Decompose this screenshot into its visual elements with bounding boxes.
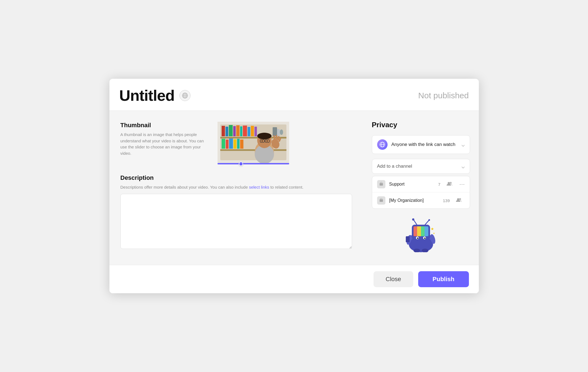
privacy-globe-icon (377, 139, 388, 150)
svg-rect-9 (222, 126, 225, 136)
svg-rect-15 (243, 126, 247, 136)
channel-dropdown[interactable]: Add to a channel ⌵ (372, 159, 470, 174)
header-left: Untitled (119, 86, 190, 104)
svg-rect-21 (229, 139, 233, 149)
svg-rect-23 (237, 139, 240, 149)
svg-rect-55 (414, 226, 417, 236)
description-textarea[interactable] (120, 194, 352, 249)
upload-modal: Untitled Not published Thumbnail A thumb… (109, 79, 479, 293)
svg-rect-16 (248, 127, 250, 136)
svg-rect-18 (254, 127, 257, 136)
svg-line-40 (278, 137, 279, 140)
description-hint-text2: to related content. (269, 185, 304, 189)
svg-point-62 (428, 219, 430, 221)
privacy-option-label: Anyone with the link can watch (391, 142, 458, 147)
svg-rect-71 (406, 236, 410, 242)
modal-header: Untitled Not published (109, 79, 479, 111)
svg-rect-10 (225, 127, 228, 136)
svg-rect-19 (222, 139, 225, 149)
members-icon-org (456, 198, 462, 203)
privacy-chevron-icon: ⌵ (461, 141, 465, 148)
channel-org-count: 139 (443, 198, 450, 203)
svg-point-26 (280, 129, 283, 135)
svg-point-66 (424, 238, 425, 239)
thumbnail-slider-track[interactable] (218, 163, 289, 164)
thumbnail-desc: A thumbnail is an image that helps peopl… (120, 132, 209, 156)
privacy-selector[interactable]: Anyone with the link can watch ⌵ (372, 135, 470, 154)
channel-item[interactable]: Support 7 ⋯ (372, 176, 470, 192)
privacy-title: Privacy (372, 121, 470, 129)
thumbnail-slider-thumb[interactable] (239, 162, 243, 166)
modal-body: Thumbnail A thumbnail is an image that h… (109, 111, 479, 265)
channel-org-name: [My Organization] (389, 198, 439, 203)
svg-rect-11 (229, 125, 233, 136)
svg-rect-14 (240, 126, 242, 136)
svg-rect-17 (251, 126, 254, 136)
svg-point-35 (262, 140, 263, 142)
mascot-area: ★ ✦ (372, 216, 470, 252)
thumbnail-scene (218, 122, 289, 163)
left-panel: Thumbnail A thumbnail is an image that h… (109, 111, 363, 265)
globe-button[interactable] (179, 90, 190, 101)
channel-chevron-icon: ⌵ (461, 163, 465, 170)
svg-rect-48 (380, 199, 383, 202)
globe-icon (182, 93, 188, 99)
channel-support-name: Support (389, 182, 434, 187)
svg-point-50 (459, 198, 461, 200)
description-hint-text1: Descriptions offer more details about yo… (120, 185, 249, 189)
svg-line-38 (274, 136, 275, 139)
svg-text:★: ★ (431, 227, 434, 231)
thumbnail-title: Thumbnail (120, 122, 209, 129)
svg-point-65 (417, 238, 418, 239)
svg-line-39 (276, 136, 277, 139)
svg-rect-24 (240, 140, 243, 149)
svg-point-31 (257, 133, 272, 139)
right-panel: Privacy Anyone with the link can watch ⌵… (363, 111, 479, 265)
thumbnail-info: Thumbnail A thumbnail is an image that h… (120, 122, 209, 162)
svg-rect-45 (380, 183, 383, 186)
publish-status: Not published (418, 91, 469, 100)
select-links-link[interactable]: select links (249, 185, 269, 189)
modal-footer: Close Publish (109, 265, 479, 293)
channel-item[interactable]: [My Organization] 139 (372, 192, 470, 208)
mascot-illustration: ★ ✦ (403, 216, 439, 252)
svg-text:✦: ✦ (433, 232, 435, 235)
publish-button[interactable]: Publish (418, 271, 469, 287)
svg-rect-12 (233, 126, 236, 136)
svg-point-60 (412, 218, 414, 221)
svg-rect-56 (417, 226, 421, 236)
svg-line-59 (414, 220, 417, 225)
thumbnail-image (218, 122, 289, 163)
svg-line-41 (279, 139, 280, 141)
thumbnail-preview (218, 122, 289, 164)
svg-line-61 (425, 220, 429, 225)
channel-support-icon (377, 180, 385, 188)
description-hint: Descriptions offer more details about yo… (120, 184, 352, 191)
description-title: Description (120, 174, 352, 181)
svg-rect-58 (425, 226, 428, 236)
members-icon-support (447, 181, 453, 187)
channel-dropdown-label: Add to a channel (377, 164, 412, 169)
svg-rect-57 (421, 226, 425, 236)
channel-org-icon (377, 196, 385, 205)
svg-rect-22 (233, 139, 237, 149)
channel-support-more-icon[interactable]: ⋯ (459, 181, 465, 188)
page-title: Untitled (119, 86, 174, 104)
svg-rect-13 (236, 125, 240, 136)
svg-point-47 (450, 182, 452, 184)
description-section: Description Descriptions offer more deta… (120, 174, 352, 250)
thumbnail-section: Thumbnail A thumbnail is an image that h… (120, 122, 352, 164)
svg-point-36 (267, 140, 268, 142)
svg-rect-8 (220, 149, 286, 151)
channel-list: Support 7 ⋯ [My Organization] 139 (372, 176, 470, 209)
svg-rect-20 (226, 140, 229, 149)
close-button[interactable]: Close (374, 271, 413, 287)
channel-support-count: 7 (438, 182, 440, 187)
